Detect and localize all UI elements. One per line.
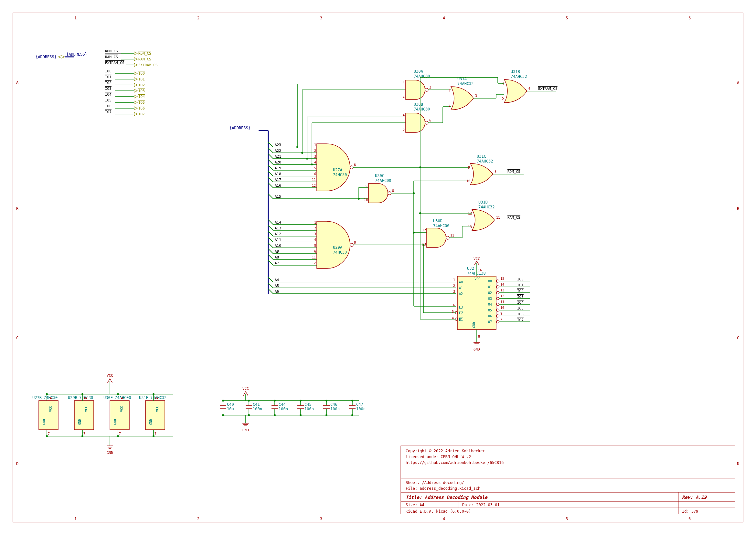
cap-C47: C47100n — [349, 400, 365, 416]
legend-io7: IO7IO7 — [105, 110, 145, 116]
svg-text:3: 3 — [429, 86, 431, 89]
svg-text:GND: GND — [113, 419, 117, 425]
svg-marker-54 — [134, 95, 137, 98]
svg-text:U32: U32 — [467, 266, 474, 271]
breakout-decoder: A4 A5 A6 — [268, 277, 456, 294]
svg-text:74AHC138: 74AHC138 — [467, 271, 486, 276]
svg-point-219 — [446, 236, 449, 239]
svg-text:EXTRAM_CS: EXTRAM_CS — [138, 63, 158, 67]
svg-line-198 — [268, 249, 273, 254]
svg-text:74AHC32: 74AHC32 — [511, 74, 527, 79]
svg-text:A16: A16 — [275, 183, 281, 188]
svg-text:Title: Address Decoding Module: Title: Address Decoding Module — [406, 494, 488, 500]
svg-marker-58 — [134, 101, 137, 104]
svg-text:RAM_CS: RAM_CS — [105, 55, 118, 59]
svg-text:A23: A23 — [275, 143, 281, 147]
svg-point-281 — [496, 280, 499, 282]
svg-text:74AHC32: 74AHC32 — [150, 395, 167, 400]
svg-point-387 — [222, 400, 224, 402]
svg-text:File: address_decoding.kicad_s: File: address_decoding.kicad_sch — [406, 486, 480, 491]
svg-text:A18: A18 — [275, 172, 281, 176]
svg-text:10: 10 — [466, 179, 470, 183]
svg-point-306 — [496, 309, 499, 311]
svg-text:U30C: U30C — [375, 174, 384, 178]
svg-text:6: 6 — [453, 303, 455, 307]
gate-U30C: 9 10 8 U30C 74AHC00 — [364, 174, 414, 203]
svg-point-160 — [358, 198, 360, 200]
svg-text:GND: GND — [472, 322, 476, 328]
svg-text:14: 14 — [155, 396, 159, 400]
svg-text:5: 5 — [502, 97, 504, 100]
svg-text:IO2: IO2 — [138, 83, 145, 87]
svg-text:C: C — [737, 336, 739, 340]
gate-U30D: 12 13 11 U30D 74AHC00 — [414, 193, 472, 247]
svg-text:7: 7 — [83, 432, 85, 436]
svg-text:A: A — [16, 80, 19, 85]
svg-point-404 — [274, 414, 276, 416]
svg-text:C40: C40 — [227, 402, 234, 407]
svg-point-419 — [326, 400, 328, 402]
svg-point-316 — [496, 321, 499, 323]
svg-text:VCC: VCC — [474, 257, 480, 261]
svg-text:2: 2 — [197, 16, 199, 20]
svg-text:2: 2 — [449, 104, 451, 107]
legend-io6: IO6IO6 — [105, 104, 145, 110]
svg-text:74AHC00: 74AHC00 — [414, 74, 430, 78]
svg-text:B: B — [737, 207, 739, 211]
svg-point-102 — [350, 166, 353, 169]
svg-text:IO4: IO4 — [138, 95, 145, 99]
svg-text:100n: 100n — [330, 407, 340, 411]
title-block: Copyright © 2022 Adrien Kohlbecker Licen… — [401, 446, 735, 514]
svg-line-90 — [268, 171, 273, 176]
svg-text:ROM_CS: ROM_CS — [138, 51, 151, 56]
svg-text:IO5: IO5 — [105, 98, 111, 102]
svg-text:4: 4 — [443, 16, 445, 20]
svg-text:4: 4 — [502, 82, 504, 86]
svg-text:IO2: IO2 — [105, 81, 111, 85]
svg-text:14: 14 — [119, 396, 123, 400]
decoder-U32: U32 74AHC138 VCC VCC 16 GND 8 GND 1A0 2A… — [452, 257, 530, 352]
gate-U31C: 9 10 8 U31C 74AHC32 ROM_CS — [413, 154, 524, 194]
net-rom-cs: ROM_CS — [508, 170, 520, 174]
svg-text:VCC: VCC — [120, 406, 124, 412]
svg-text:O6: O6 — [488, 314, 492, 318]
gate-U31A: 1 2 3 U31A 74AHC32 — [449, 76, 504, 110]
svg-text:74HC30: 74HC30 — [333, 173, 347, 177]
svg-text:Sheet: /Address decoding/: Sheet: /Address decoding/ — [406, 480, 464, 485]
svg-text:D: D — [737, 462, 739, 466]
svg-text:Licensed under CERN-OHL-W v2: Licensed under CERN-OHL-W v2 — [406, 455, 471, 459]
svg-text:GND: GND — [78, 419, 81, 425]
svg-line-82 — [268, 159, 273, 164]
cap-C46: C46100n — [323, 400, 340, 416]
net-extram-cs: EXTRAM_CS — [538, 87, 558, 91]
svg-text:IO2: IO2 — [517, 289, 524, 293]
svg-text:GND: GND — [42, 419, 46, 425]
svg-rect-352 — [110, 401, 129, 430]
svg-text:IO7: IO7 — [138, 112, 145, 116]
svg-point-396 — [248, 414, 250, 416]
svg-text:U27B: U27B — [32, 395, 42, 400]
svg-text:A17: A17 — [275, 178, 281, 182]
svg-text:Date: 2022-03-01: Date: 2022-03-01 — [462, 503, 500, 507]
svg-point-428 — [351, 414, 353, 416]
svg-text:IO6: IO6 — [105, 104, 111, 108]
svg-text:O3: O3 — [488, 297, 492, 300]
svg-text:6: 6 — [529, 87, 530, 91]
tap-lines-upper — [296, 84, 406, 165]
svg-text:100n: 100n — [356, 407, 365, 411]
svg-text:IO5: IO5 — [138, 100, 145, 105]
svg-text:1: 1 — [449, 89, 451, 93]
breakout-lower: A14 1 A13 2 A12 3 A11 4 A10 5 A9 6 A8 11 — [268, 220, 423, 268]
pwr-U30E: U30E 74AHC00 14 7 VCC GND — [103, 393, 131, 437]
svg-point-388 — [222, 414, 224, 416]
svg-text:10u: 10u — [227, 407, 234, 411]
svg-text:13: 13 — [468, 225, 472, 229]
svg-marker-38 — [134, 72, 137, 75]
svg-text:A6: A6 — [275, 290, 279, 294]
svg-line-202 — [268, 255, 273, 259]
svg-line-154 — [268, 194, 273, 199]
legend-extram-cs: EXTRAM_CS EXTRAM_CS — [105, 61, 158, 67]
svg-text:7: 7 — [48, 432, 50, 436]
svg-text:6: 6 — [688, 16, 691, 20]
svg-text:5: 5 — [566, 16, 568, 20]
